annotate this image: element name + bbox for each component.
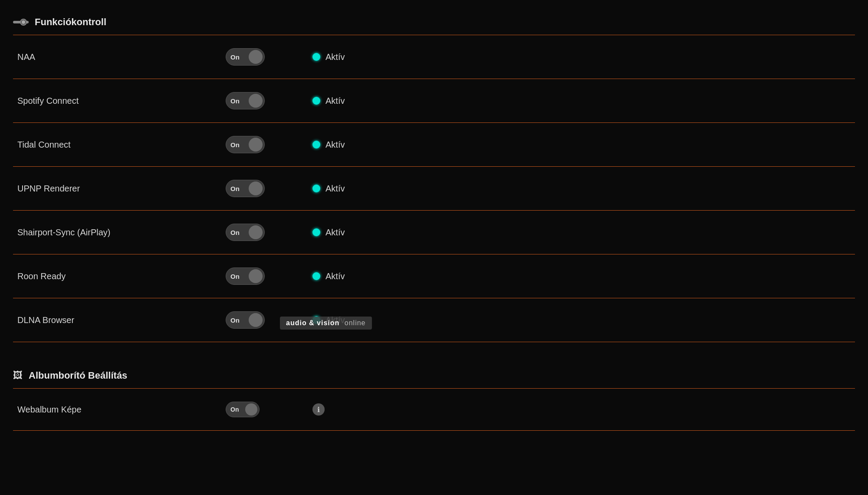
status-label-naa: Aktív — [326, 52, 345, 62]
watermark-part1: audio & vision — [286, 319, 339, 327]
album-icon: 🖼 — [13, 370, 23, 381]
svg-point-2 — [22, 20, 25, 24]
funkciokontroll-icon — [13, 17, 29, 27]
toggle-area-tidal-connect: On — [226, 136, 312, 153]
section2-header: 🖼 Albumborító Beállítás — [13, 358, 855, 389]
status-dot-spotify-connect — [312, 97, 320, 105]
toggle-area-upnp-renderer: On — [226, 180, 312, 197]
status-dot-roon-ready — [312, 272, 320, 280]
toggle-label-webalbum-kepe: On — [230, 406, 239, 413]
toggle-label-tidal-connect: On — [230, 141, 240, 148]
toggle-label-spotify-connect: On — [230, 97, 240, 105]
status-dot-naa — [312, 53, 320, 61]
setting-row-roon-ready: Roon Ready On Aktív — [13, 254, 855, 298]
toggle-knob-tidal-connect — [249, 138, 263, 152]
toggle-label-dlna-browser: On — [230, 317, 240, 324]
label-upnp-renderer: UPNP Renderer — [17, 184, 226, 194]
status-dot-upnp-renderer — [312, 185, 320, 192]
setting-row-dlna-browser: DLNA Browser On Aktív — [13, 298, 855, 342]
status-label-tidal-connect: Aktív — [326, 140, 345, 150]
toggle-knob-naa — [249, 50, 263, 64]
toggle-area-naa: On — [226, 48, 312, 66]
watermark: audio & vision online — [280, 317, 372, 330]
section2-title: Albumborító Beállítás — [29, 370, 127, 381]
status-roon-ready: Aktív — [312, 271, 851, 281]
setting-row-upnp-renderer: UPNP Renderer On Aktív — [13, 167, 855, 211]
toggle-knob-spotify-connect — [249, 94, 263, 108]
setting-row-spotify-connect: Spotify Connect On Aktív — [13, 79, 855, 123]
status-label-upnp-renderer: Aktív — [326, 184, 345, 194]
label-tidal-connect: Tidal Connect — [17, 140, 226, 150]
toggle-naa[interactable]: On — [226, 48, 265, 66]
setting-row-tidal-connect: Tidal Connect On Aktív — [13, 123, 855, 167]
info-icon-webalbum-kepe[interactable]: ℹ — [312, 403, 325, 416]
toggle-webalbum-kepe[interactable]: On — [226, 402, 260, 417]
status-dlna-browser: Aktív — [312, 315, 851, 325]
label-dlna-browser: DLNA Browser — [17, 315, 226, 325]
watermark-part2: online — [345, 319, 366, 327]
status-naa: Aktív — [312, 52, 851, 62]
status-dot-shairport-sync — [312, 228, 320, 236]
toggle-dlna-browser[interactable]: On — [226, 311, 265, 329]
toggle-knob-shairport-sync — [249, 225, 263, 239]
status-spotify-connect: Aktív — [312, 96, 851, 106]
toggle-area-spotify-connect: On — [226, 92, 312, 109]
toggle-knob-upnp-renderer — [249, 182, 263, 195]
section2-rows: Webalbum Képe On ℹ — [13, 389, 855, 431]
status-label-roon-ready: Aktív — [326, 271, 345, 281]
label-spotify-connect: Spotify Connect — [17, 96, 226, 106]
status-shairport-sync: Aktív — [312, 228, 851, 238]
label-naa: NAA — [17, 52, 226, 62]
label-webalbum-kepe: Webalbum Képe — [17, 405, 226, 415]
toggle-area-shairport-sync: On — [226, 224, 312, 241]
status-label-spotify-connect: Aktív — [326, 96, 345, 106]
setting-row-shairport-sync: Shairport-Sync (AirPlay) On Aktív — [13, 211, 855, 254]
toggle-label-shairport-sync: On — [230, 229, 240, 236]
toggle-area-roon-ready: On — [226, 267, 312, 285]
setting-row-naa: NAA On Aktív — [13, 35, 855, 79]
toggle-shairport-sync[interactable]: On — [226, 224, 265, 241]
status-tidal-connect: Aktív — [312, 140, 851, 150]
toggle-upnp-renderer[interactable]: On — [226, 180, 265, 197]
toggle-label-roon-ready: On — [230, 273, 240, 280]
setting-row-webalbum-kepe: Webalbum Képe On ℹ — [13, 389, 855, 431]
status-upnp-renderer: Aktív — [312, 184, 851, 194]
label-shairport-sync: Shairport-Sync (AirPlay) — [17, 228, 226, 238]
status-label-shairport-sync: Aktív — [326, 228, 345, 238]
section1-rows: NAA On Aktív Spotify Connect On — [13, 35, 855, 342]
toggle-label-upnp-renderer: On — [230, 185, 240, 192]
section1-title: Funkciókontroll — [35, 16, 106, 28]
toggle-roon-ready[interactable]: On — [226, 267, 265, 285]
toggle-label-naa: On — [230, 53, 240, 61]
toggle-knob-webalbum-kepe — [245, 403, 257, 416]
section1-header: Funkciókontroll — [13, 9, 855, 35]
toggle-tidal-connect[interactable]: On — [226, 136, 265, 153]
toggle-area-webalbum-kepe: On — [226, 402, 312, 417]
label-roon-ready: Roon Ready — [17, 271, 226, 281]
toggle-knob-dlna-browser — [249, 313, 263, 327]
toggle-spotify-connect[interactable]: On — [226, 92, 265, 109]
toggle-knob-roon-ready — [249, 269, 263, 283]
status-dot-tidal-connect — [312, 141, 320, 148]
status-webalbum-kepe: ℹ — [312, 403, 851, 416]
